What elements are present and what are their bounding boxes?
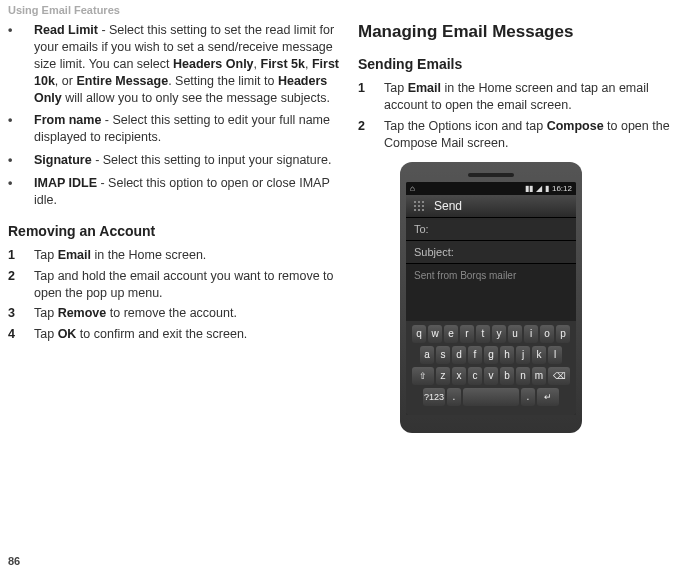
home-icon: ⌂ [410, 184, 415, 193]
options-icon[interactable] [412, 199, 426, 213]
backspace-key[interactable]: ⌫ [548, 367, 570, 385]
b: Email [58, 248, 91, 262]
key[interactable]: f [468, 346, 482, 364]
step-1: 1 Tap Email in the Home screen and tap a… [358, 80, 690, 114]
bullet-mark: • [8, 175, 34, 209]
step-number: 1 [358, 80, 384, 114]
sending-emails-steps: 1 Tap Email in the Home screen and tap a… [358, 80, 690, 152]
key[interactable]: r [460, 325, 474, 343]
battery-icon: ▮ [545, 184, 549, 193]
step-2: 2 Tap the Options icon and tap Compose t… [358, 118, 690, 152]
enter-key[interactable]: ↵ [537, 388, 559, 406]
page-header: Using Email Features [8, 4, 120, 16]
t: to confirm and exit the screen. [76, 327, 247, 341]
phone-chin [406, 415, 576, 427]
space-key[interactable] [463, 388, 519, 406]
phone-frame: ⌂ ▮▮ ◢ ▮ 16:12 Send To: Subject: [400, 162, 582, 433]
subject-field[interactable]: Subject: [406, 241, 576, 264]
key[interactable]: n [516, 367, 530, 385]
content-columns: • Read Limit - Select this setting to se… [8, 22, 690, 433]
key[interactable]: m [532, 367, 546, 385]
lead-bold: From name [34, 113, 101, 127]
t: Tap [34, 327, 58, 341]
key[interactable]: a [420, 346, 434, 364]
removing-account-heading: Removing an Account [8, 223, 340, 239]
step-number: 3 [8, 305, 34, 322]
key[interactable]: t [476, 325, 490, 343]
status-icons: ▮▮ ◢ ▮ 16:12 [525, 184, 572, 193]
key[interactable]: i [524, 325, 538, 343]
key[interactable]: x [452, 367, 466, 385]
keyboard: q w e r t y u i o p a [406, 321, 576, 415]
removing-account-steps: 1 Tap Email in the Home screen. 2 Tap an… [8, 247, 340, 343]
key[interactable]: c [468, 367, 482, 385]
bullet-body: Read Limit - Select this setting to set … [34, 22, 340, 106]
key[interactable]: q [412, 325, 426, 343]
key[interactable]: s [436, 346, 450, 364]
key[interactable]: y [492, 325, 506, 343]
signal-icon: ▮▮ [525, 184, 533, 193]
step-3: 3 Tap Remove to remove the account. [8, 305, 340, 322]
t: Tap [384, 81, 408, 95]
step-number: 2 [358, 118, 384, 152]
step-number: 2 [8, 268, 34, 302]
bullet-body: Signature - Select this setting to input… [34, 152, 340, 169]
key[interactable]: g [484, 346, 498, 364]
bullet-body: IMAP IDLE - Select this option to open o… [34, 175, 340, 209]
b: Remove [58, 306, 107, 320]
key[interactable]: j [516, 346, 530, 364]
phone-screen: ⌂ ▮▮ ◢ ▮ 16:12 Send To: Subject: [406, 182, 576, 415]
key[interactable]: e [444, 325, 458, 343]
right-column: Managing Email Messages Sending Emails 1… [358, 22, 690, 433]
t: Tap [34, 248, 58, 262]
bullet-read-limit: • Read Limit - Select this setting to se… [8, 22, 340, 106]
key[interactable]: v [484, 367, 498, 385]
shift-key[interactable]: ⇧ [412, 367, 434, 385]
managing-emails-heading: Managing Email Messages [358, 22, 690, 42]
step-4: 4 Tap OK to confirm and exit the screen. [8, 326, 340, 343]
opt-bold: First 5k [261, 57, 305, 71]
key[interactable]: w [428, 325, 442, 343]
key[interactable]: p [556, 325, 570, 343]
key[interactable]: k [532, 346, 546, 364]
bullet-mark: • [8, 22, 34, 106]
key[interactable]: z [436, 367, 450, 385]
to-field[interactable]: To: [406, 218, 576, 241]
step-body: Tap and hold the email account you want … [34, 268, 340, 302]
send-button[interactable]: Send [434, 199, 462, 213]
step-body: Tap the Options icon and tap Compose to … [384, 118, 690, 152]
key[interactable]: u [508, 325, 522, 343]
compose-toolbar: Send [406, 195, 576, 218]
step-number: 4 [8, 326, 34, 343]
phone-speaker [468, 173, 514, 177]
status-bar: ⌂ ▮▮ ◢ ▮ 16:12 [406, 182, 576, 195]
kbd-row-2: a s d f g h j k l [408, 346, 574, 364]
bullet-signature: • Signature - Select this setting to inp… [8, 152, 340, 169]
step-number: 1 [8, 247, 34, 264]
key[interactable]: o [540, 325, 554, 343]
key[interactable]: . [521, 388, 535, 406]
sending-emails-heading: Sending Emails [358, 56, 690, 72]
body-field[interactable]: Sent from Borqs mailer [406, 264, 576, 321]
bullet-imap-idle: • IMAP IDLE - Select this option to open… [8, 175, 340, 209]
key[interactable]: . [447, 388, 461, 406]
step-body: Tap OK to confirm and exit the screen. [34, 326, 340, 343]
bullet-from-name: • From name - Select this setting to edi… [8, 112, 340, 146]
key[interactable]: b [500, 367, 514, 385]
opt-bold: Headers Only [173, 57, 254, 71]
step-body: Tap Email in the Home screen. [34, 247, 340, 264]
opt-bold: Entire Message [76, 74, 168, 88]
b: Compose [547, 119, 604, 133]
lead-bold: Signature [34, 153, 92, 167]
phone-screenshot: ⌂ ▮▮ ◢ ▮ 16:12 Send To: Subject: [400, 162, 690, 433]
phone-speaker-area [406, 168, 576, 182]
step-body: Tap Remove to remove the account. [34, 305, 340, 322]
left-column: • Read Limit - Select this setting to se… [8, 22, 340, 433]
key[interactable]: d [452, 346, 466, 364]
text: will allow you to only see the message s… [62, 91, 330, 105]
key[interactable]: l [548, 346, 562, 364]
symbols-key[interactable]: ?123 [423, 388, 445, 406]
key[interactable]: h [500, 346, 514, 364]
signal-icon: ◢ [536, 184, 542, 193]
t: in the Home screen. [91, 248, 206, 262]
